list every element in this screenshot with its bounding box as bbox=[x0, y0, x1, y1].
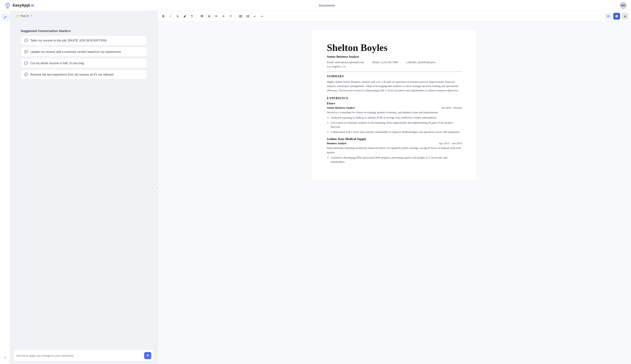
starter-text-0: Tailor my resume to this job: [PASTE JOB… bbox=[30, 39, 107, 42]
paragraph-button[interactable]: ¶ bbox=[189, 13, 195, 19]
doc-page: Shelton Boyles Senior Business Analyst E… bbox=[312, 30, 477, 181]
company-1-bullets: Assisted in developing KPIs and tracked … bbox=[331, 156, 462, 164]
experience-heading: EXPERIENCE bbox=[327, 97, 462, 100]
chat-input[interactable] bbox=[16, 354, 142, 357]
download-icon bbox=[624, 15, 626, 18]
h3-button[interactable]: H bbox=[213, 13, 219, 19]
fast-ai-label: Fast AI bbox=[21, 14, 29, 18]
chat-icon-2: 💬 bbox=[24, 61, 28, 65]
download-button[interactable] bbox=[622, 13, 628, 20]
starter-item-0[interactable]: 💬 Tailor my resume to this job: [PASTE J… bbox=[21, 36, 147, 45]
company-1-desc: Built automatic reporting around key fin… bbox=[327, 146, 462, 155]
top-nav: EasyAppl.ai Documents MA bbox=[0, 0, 631, 11]
strikethrough-button[interactable]: S bbox=[174, 13, 181, 19]
main-layout: ⚡ Fast AI ▼ Suggested Conversation Start… bbox=[0, 11, 631, 364]
resume-linkedin: LinkedIn: @sheltonboyles bbox=[406, 61, 435, 64]
collapse-icon bbox=[157, 186, 158, 189]
resume-experience-section: EXPERIENCE Fiserv Senior Business Analys… bbox=[327, 97, 462, 164]
app-logo: EasyAppl.ai bbox=[4, 2, 34, 9]
nav-documents-link[interactable]: Documents bbox=[319, 4, 335, 7]
bullet-1-0: Assisted in developing KPIs and tracked … bbox=[331, 156, 462, 164]
bullet-0-0: Analyzed reporting in Tableau to identif… bbox=[331, 116, 462, 120]
resume-email: Email: sheltonboyles@email.com bbox=[327, 61, 364, 64]
company-0-bullets: Analyzed reporting in Tableau to identif… bbox=[331, 116, 462, 134]
italic-button[interactable]: I bbox=[167, 13, 174, 19]
chevron-down-icon: ▼ bbox=[30, 14, 33, 17]
resume-location: Los Angeles, CA bbox=[327, 65, 462, 68]
starter-item-2[interactable]: 💬 Cut my whole resume in half, it's too … bbox=[21, 58, 147, 68]
collapse-sidebar-btn[interactable] bbox=[1, 354, 9, 362]
eye-icon bbox=[606, 15, 610, 18]
company-0-dates: Jan 2018 – Present bbox=[441, 106, 462, 110]
starter-text-2: Cut my whole resume in half, it's too lo… bbox=[30, 62, 84, 65]
app-ai-suffix: .ai bbox=[30, 3, 34, 7]
company-1-dates: Apr 2015 – Jan 2018 bbox=[439, 142, 462, 145]
send-button[interactable] bbox=[144, 352, 151, 359]
company-0-job-row: Senior Business Analyst Jan 2018 – Prese… bbox=[327, 106, 462, 110]
starter-item-3[interactable]: 💬 Remove the last experience from my res… bbox=[21, 70, 147, 79]
starters-title: Suggested Conversation Starters bbox=[21, 29, 147, 33]
svg-text:3.: 3. bbox=[246, 16, 247, 18]
starters-section: Suggested Conversation Starters 💬 Tailor… bbox=[14, 25, 153, 83]
chevron-left-icon bbox=[4, 356, 6, 359]
svg-rect-12 bbox=[240, 17, 242, 17]
ordered-list-button[interactable]: 1. 2. 3. bbox=[244, 13, 251, 19]
fast-ai-button[interactable]: ⚡ Fast AI ▼ bbox=[14, 13, 35, 18]
toolbar-divider-2 bbox=[235, 14, 236, 18]
svg-point-11 bbox=[239, 17, 240, 17]
svg-point-9 bbox=[239, 16, 240, 16]
h1-button[interactable]: H bbox=[199, 13, 205, 19]
summary-heading: SUMMARY bbox=[327, 75, 462, 78]
starter-item-1[interactable]: 💬 Update my resume add a summary section… bbox=[21, 47, 147, 57]
doc-content: Shelton Boyles Senior Business Analyst E… bbox=[158, 22, 631, 364]
h4-button[interactable]: H bbox=[220, 13, 227, 19]
starter-text-3: Remove the last experience from my resum… bbox=[30, 73, 114, 76]
resume-job-title-header: Senior Business Analyst bbox=[327, 55, 462, 58]
chat-input-bar bbox=[10, 347, 157, 364]
highlight-icon bbox=[183, 15, 186, 18]
edit-icon-btn[interactable] bbox=[1, 14, 9, 21]
svg-rect-22 bbox=[616, 15, 617, 16]
company-0-desc: Served as a consultant for clients on tr… bbox=[327, 110, 462, 115]
icon-sidebar bbox=[0, 11, 10, 364]
company-0-role: Senior Business Analyst bbox=[327, 106, 355, 110]
svg-rect-8 bbox=[240, 15, 242, 16]
chat-panel: ⚡ Fast AI ▼ Suggested Conversation Start… bbox=[10, 11, 158, 364]
chat-icon-1: 💬 bbox=[24, 50, 28, 54]
svg-point-7 bbox=[239, 15, 240, 16]
lightning-icon: ⚡ bbox=[16, 14, 19, 18]
svg-rect-16 bbox=[247, 16, 249, 16]
company-1-role: Business Analyst bbox=[327, 142, 347, 145]
edit-icon bbox=[3, 16, 7, 19]
redo-button[interactable]: ↪ bbox=[259, 13, 265, 19]
logo-icon bbox=[4, 2, 11, 9]
app-name-text: EasyAppl.ai bbox=[13, 3, 34, 8]
send-icon bbox=[146, 354, 149, 357]
save-icon bbox=[615, 15, 618, 18]
avatar[interactable]: MA bbox=[620, 2, 627, 9]
unordered-list-button[interactable] bbox=[237, 13, 244, 19]
h2-button[interactable]: H bbox=[206, 13, 212, 19]
undo-button[interactable]: ↩ bbox=[252, 13, 258, 19]
resume-phone: Phone: (123) 456-7890 bbox=[372, 61, 398, 64]
svg-rect-14 bbox=[247, 15, 249, 16]
preview-button[interactable] bbox=[605, 13, 612, 20]
svg-rect-10 bbox=[240, 16, 242, 16]
toolbar-divider-1 bbox=[197, 14, 197, 18]
doc-toolbar: B I S ¶ H H H H H bbox=[158, 11, 631, 22]
svg-rect-23 bbox=[616, 16, 617, 17]
starter-text-1: Update my resume add a summary section b… bbox=[30, 50, 121, 54]
h5-button[interactable]: H bbox=[227, 13, 234, 19]
bold-button[interactable]: B bbox=[160, 13, 166, 19]
bullet-0-1: Led a team of 4 business analysts in doc… bbox=[331, 121, 462, 130]
chat-icon-3: 💬 bbox=[24, 73, 28, 76]
resume-divider bbox=[327, 72, 462, 72]
save-button[interactable] bbox=[613, 13, 620, 20]
collapse-handle[interactable] bbox=[155, 185, 160, 190]
company-1-job-row: Business Analyst Apr 2015 – Jan 2018 bbox=[327, 142, 462, 145]
summary-text: Highly skilled Senior Business Analyst w… bbox=[327, 80, 462, 93]
svg-rect-18 bbox=[247, 17, 249, 17]
unordered-list-icon bbox=[239, 15, 242, 18]
highlight-button[interactable] bbox=[182, 13, 188, 19]
svg-point-20 bbox=[608, 16, 609, 17]
